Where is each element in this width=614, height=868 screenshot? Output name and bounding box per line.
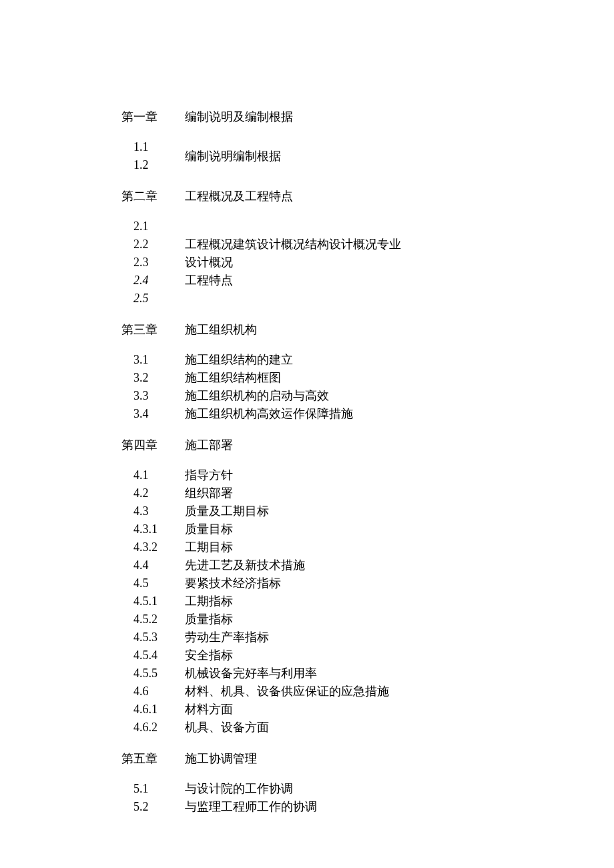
item-title: 指导方针	[185, 466, 614, 484]
item-title: 施工组织结构框图	[185, 369, 614, 387]
item-number: 4.5.3	[133, 628, 185, 646]
item-title: 安全指标	[185, 646, 614, 665]
item-numbers-column: 5.1 5.2	[121, 780, 185, 816]
item-number: 5.2	[133, 798, 185, 816]
item-titles-column: 与设计院的工作协调 与监理工程师工作的协调	[185, 780, 614, 816]
item-number: 4.5.4	[133, 646, 185, 665]
chapter-number: 第五章	[121, 750, 185, 768]
chapter-number: 第二章	[121, 187, 185, 205]
item-title: 与监理工程师工作的协调	[185, 798, 614, 816]
item-title: 材料方面	[185, 701, 614, 719]
item-title: 要紧技术经济指标	[185, 574, 614, 592]
item-title: 工期目标	[185, 538, 614, 556]
item-number: 4.2	[133, 484, 185, 502]
chapter-row: 第二章 工程概况及工程特点	[121, 187, 614, 205]
item-titles-column: 指导方针 组织部署 质量及工期目标 质量目标 工期目标 先进工艺及新技术措施 要…	[185, 466, 614, 737]
table-of-contents: 第一章 编制说明及编制根据 1.1 1.2 编制说明编制根据 第二章 工程概况及…	[121, 108, 614, 816]
item-number: 3.3	[133, 387, 185, 405]
item-number: 2.2	[133, 236, 185, 254]
item-number: 4.3.2	[133, 538, 185, 556]
chapter-row: 第一章 编制说明及编制根据	[121, 108, 614, 126]
item-number: 4.6.1	[133, 701, 185, 719]
toc-section: 第二章 工程概况及工程特点 2.1 2.2 2.3 2.4 2.5 工程概况建筑…	[121, 187, 614, 308]
item-title: 质量指标	[185, 610, 614, 628]
items-row: 5.1 5.2 与设计院的工作协调 与监理工程师工作的协调	[121, 780, 614, 816]
item-number: 5.1	[133, 780, 185, 798]
toc-section: 第五章 施工协调管理 5.1 5.2 与设计院的工作协调 与监理工程师工作的协调	[121, 750, 614, 816]
item-number: 2.5	[133, 290, 185, 308]
item-number: 2.4	[133, 272, 185, 290]
chapter-title: 施工协调管理	[185, 750, 614, 768]
item-title: 工程特点	[185, 272, 614, 290]
item-number: 4.4	[133, 556, 185, 574]
item-number: 4.5.5	[133, 665, 185, 683]
chapter-row: 第三章 施工组织机构	[121, 321, 614, 339]
item-title: 工程概况建筑设计概况结构设计概况专业	[185, 236, 614, 254]
item-numbers-column: 4.1 4.2 4.3 4.3.1 4.3.2 4.4 4.5 4.5.1 4.…	[121, 466, 185, 737]
chapter-title: 编制说明及编制根据	[185, 108, 614, 126]
toc-section: 第四章 施工部署 4.1 4.2 4.3 4.3.1 4.3.2 4.4 4.5…	[121, 436, 614, 737]
toc-section: 第一章 编制说明及编制根据 1.1 1.2 编制说明编制根据	[121, 108, 614, 174]
item-title: 施工组织机构的启动与高效	[185, 387, 614, 405]
item-title: 施工组织结构的建立	[185, 351, 614, 369]
chapter-number: 第一章	[121, 108, 185, 126]
item-title: 质量目标	[185, 520, 614, 538]
item-titles-column: 工程概况建筑设计概况结构设计概况专业 设计概况 工程特点	[185, 218, 614, 308]
item-number: 4.5	[133, 574, 185, 592]
item-number: 4.3	[133, 502, 185, 520]
item-numbers-column: 3.1 3.2 3.3 3.4	[121, 351, 185, 423]
item-number: 1.2	[133, 156, 185, 174]
item-numbers-column: 2.1 2.2 2.3 2.4 2.5	[121, 218, 185, 308]
item-number: 3.2	[133, 369, 185, 387]
item-title: 机械设备完好率与利用率	[185, 665, 614, 683]
item-number: 3.4	[133, 405, 185, 423]
item-number: 2.1	[133, 218, 185, 236]
items-row: 2.1 2.2 2.3 2.4 2.5 工程概况建筑设计概况结构设计概况专业 设…	[121, 218, 614, 308]
item-title: 先进工艺及新技术措施	[185, 556, 614, 574]
item-number: 2.3	[133, 254, 185, 272]
items-row: 1.1 1.2 编制说明编制根据	[121, 138, 614, 174]
item-number: 4.5.1	[133, 592, 185, 610]
item-numbers-column: 1.1 1.2	[121, 138, 185, 174]
items-row: 4.1 4.2 4.3 4.3.1 4.3.2 4.4 4.5 4.5.1 4.…	[121, 466, 614, 737]
item-title: 工期指标	[185, 592, 614, 610]
chapter-title: 工程概况及工程特点	[185, 187, 614, 205]
item-number: 4.3.1	[133, 520, 185, 538]
item-title: 施工组织机构高效运作保障措施	[185, 405, 614, 423]
item-titles-column: 编制说明编制根据	[185, 138, 614, 174]
item-number: 4.1	[133, 466, 185, 484]
chapter-row: 第五章 施工协调管理	[121, 750, 614, 768]
item-number: 4.5.2	[133, 610, 185, 628]
item-title: 与设计院的工作协调	[185, 780, 614, 798]
item-title: 质量及工期目标	[185, 502, 614, 520]
item-titles-column: 施工组织结构的建立 施工组织结构框图 施工组织机构的启动与高效 施工组织机构高效…	[185, 351, 614, 423]
chapter-number: 第四章	[121, 436, 185, 454]
item-number: 4.6	[133, 683, 185, 701]
items-row: 3.1 3.2 3.3 3.4 施工组织结构的建立 施工组织结构框图 施工组织机…	[121, 351, 614, 423]
toc-section: 第三章 施工组织机构 3.1 3.2 3.3 3.4 施工组织结构的建立 施工组…	[121, 321, 614, 423]
item-title: 劳动生产率指标	[185, 628, 614, 646]
item-title: 组织部署	[185, 484, 614, 502]
item-title: 编制说明编制根据	[185, 147, 614, 165]
chapter-title: 施工部署	[185, 436, 614, 454]
chapter-number: 第三章	[121, 321, 185, 339]
item-title: 材料、机具、设备供应保证的应急措施	[185, 683, 614, 701]
item-number: 1.1	[133, 138, 185, 156]
chapter-row: 第四章 施工部署	[121, 436, 614, 454]
chapter-title: 施工组织机构	[185, 321, 614, 339]
item-title: 机具、设备方面	[185, 719, 614, 737]
item-title: 设计概况	[185, 254, 614, 272]
item-number: 3.1	[133, 351, 185, 369]
item-number: 4.6.2	[133, 719, 185, 737]
